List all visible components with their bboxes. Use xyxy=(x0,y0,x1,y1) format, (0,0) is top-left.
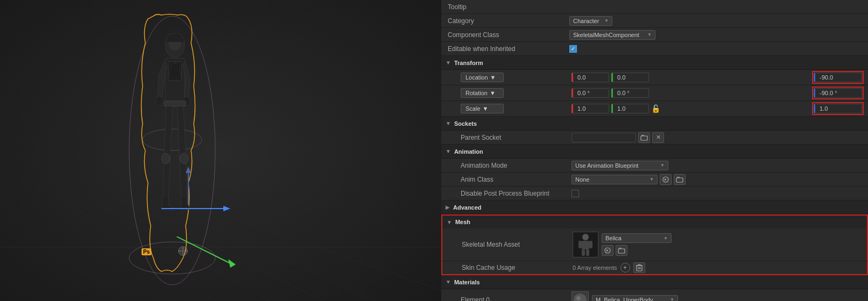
location-x-input[interactable]: 0.0 xyxy=(571,73,609,82)
rotation-button[interactable]: Rotation ▼ xyxy=(461,88,504,98)
component-class-dropdown[interactable]: SkeletalMeshComponent ▼ xyxy=(569,30,655,40)
parent-socket-input[interactable] xyxy=(571,133,636,142)
animation-section-title: Animation xyxy=(454,148,483,155)
svg-point-17 xyxy=(161,153,170,164)
disable-post-process-label: Disable Post Process Blueprint xyxy=(458,190,571,197)
chevron-down-icon: ▼ xyxy=(650,177,654,182)
scale-label-text: Scale xyxy=(465,105,481,112)
transform-section-title: Transform xyxy=(454,60,483,66)
svg-rect-39 xyxy=(618,249,625,253)
skin-cache-label: Skin Cache Usage xyxy=(460,264,573,271)
scale-z-input[interactable]: 1.0 xyxy=(814,104,862,113)
ps-badge: Ps xyxy=(142,248,151,255)
chevron-down-icon: ▼ xyxy=(670,297,674,301)
anim-class-dropdown[interactable]: None ▼ xyxy=(571,175,658,184)
component-class-label: Component Class xyxy=(446,31,569,39)
scale-x-value: 1.0 xyxy=(577,105,585,112)
rotation-z-input[interactable]: -90.0 ° xyxy=(814,88,862,98)
svg-rect-16 xyxy=(164,101,186,106)
svg-rect-31 xyxy=(676,178,683,182)
scale-button[interactable]: Scale ▼ xyxy=(461,104,504,113)
component-class-value[interactable]: SkeletalMeshComponent ▼ xyxy=(569,30,864,40)
editable-inherited-label: Editable when Inherited xyxy=(446,45,569,53)
advanced-section-header[interactable]: ▶ Advanced xyxy=(441,200,868,214)
scale-y-input[interactable]: 1.0 xyxy=(611,104,649,113)
chevron-down-icon: ▼ xyxy=(490,90,496,96)
category-label: Category xyxy=(446,17,569,25)
svg-point-18 xyxy=(180,153,188,164)
scale-label-container[interactable]: Scale ▼ xyxy=(458,104,571,113)
location-z-input[interactable]: -90.0 xyxy=(814,73,862,82)
anim-class-navigate-icon[interactable] xyxy=(660,174,672,185)
location-label-container[interactable]: Location ▼ xyxy=(458,73,571,82)
mesh-asset-dropdown[interactable]: Belica ▼ xyxy=(602,233,672,243)
element0-material-text: M_Belica_UpperBody xyxy=(596,297,653,302)
rotation-y-input[interactable]: 0.0 ° xyxy=(611,88,649,98)
mesh-section-header[interactable]: ▼ Mesh xyxy=(441,214,868,228)
mesh-navigate-icon[interactable] xyxy=(602,245,613,256)
disable-post-process-checkbox[interactable] xyxy=(571,190,579,197)
skin-cache-controls: 0 Array elements + xyxy=(573,262,863,273)
sockets-section-header[interactable]: ▼ Sockets xyxy=(441,117,868,131)
material-thumbnail xyxy=(571,291,589,302)
anim-class-controls: None ▼ xyxy=(571,174,864,185)
anim-class-row: Anim Class None ▼ xyxy=(441,173,868,187)
svg-rect-33 xyxy=(582,241,589,249)
location-button[interactable]: Location ▼ xyxy=(461,73,504,82)
skeletal-mesh-label: Skeletal Mesh Asset xyxy=(460,241,573,248)
parent-socket-controls: ✕ xyxy=(571,132,864,143)
rotation-label-container[interactable]: Rotation ▼ xyxy=(458,88,571,98)
location-y-value: 0.0 xyxy=(617,74,625,81)
scale-lock-icon[interactable]: 🔓 xyxy=(651,104,660,113)
svg-point-32 xyxy=(582,234,589,240)
collapse-arrow-icon: ▼ xyxy=(446,60,451,66)
svg-rect-35 xyxy=(589,241,592,248)
transform-section-header[interactable]: ▼ Transform xyxy=(441,56,868,70)
rotation-x-input[interactable]: 0.0 ° xyxy=(571,88,609,98)
svg-rect-34 xyxy=(578,241,582,248)
rotation-y-value: 0.0 ° xyxy=(617,90,630,96)
animation-mode-row: Animation Mode Use Animation Blueprint ▼ xyxy=(441,159,868,173)
mesh-browse-icon[interactable] xyxy=(616,245,627,256)
element0-material-dropdown[interactable]: M_Belica_UpperBody ▼ xyxy=(592,295,678,302)
svg-rect-36 xyxy=(582,249,585,256)
animation-mode-value[interactable]: Use Animation Blueprint ▼ xyxy=(571,161,864,170)
svg-marker-20 xyxy=(223,206,230,211)
animation-mode-dropdown[interactable]: Use Animation Blueprint ▼ xyxy=(571,161,668,170)
scale-x-input[interactable]: 1.0 xyxy=(571,104,609,113)
disable-post-process-value[interactable] xyxy=(571,190,864,197)
category-dropdown-text: Character xyxy=(573,18,599,24)
category-value[interactable]: Character ▼ xyxy=(569,16,864,26)
animation-mode-text: Use Animation Blueprint xyxy=(575,162,638,169)
editable-inherited-row: Editable when Inherited xyxy=(441,42,868,56)
chevron-down-icon: ▼ xyxy=(483,105,489,112)
collapse-arrow-icon: ▼ xyxy=(446,279,451,285)
collapse-arrow-icon: ▼ xyxy=(446,148,451,154)
skeletal-mesh-row: Skeletal Mesh Asset Belica ▼ xyxy=(441,228,868,261)
advanced-section-title: Advanced xyxy=(453,204,482,211)
socket-browse-icon[interactable] xyxy=(638,132,650,143)
disable-post-process-row: Disable Post Process Blueprint xyxy=(441,187,868,200)
collapse-arrow-icon: ▼ xyxy=(447,219,452,225)
materials-section-header[interactable]: ▼ Materials xyxy=(441,275,868,289)
element0-controls: M_Belica_UpperBody ▼ xyxy=(571,291,864,302)
chevron-down-icon: ▼ xyxy=(664,236,668,241)
animation-section-header[interactable]: ▼ Animation xyxy=(441,145,868,159)
mesh-thumbnail xyxy=(573,232,598,257)
editable-inherited-checkbox[interactable] xyxy=(569,45,577,53)
collapse-arrow-icon: ▼ xyxy=(446,120,451,126)
delete-array-icon[interactable] xyxy=(633,262,645,273)
anim-class-browse-icon[interactable] xyxy=(674,174,686,185)
element0-label: Element 0 xyxy=(458,296,571,302)
add-array-element-button[interactable]: + xyxy=(620,263,630,273)
location-y-input[interactable]: 0.0 xyxy=(611,73,649,82)
location-x-value: 0.0 xyxy=(577,74,585,81)
mesh-section-title: Mesh xyxy=(455,219,470,225)
rotation-z-value: -90.0 ° xyxy=(820,90,837,96)
sockets-section-title: Sockets xyxy=(454,120,477,127)
rotation-label-text: Rotation xyxy=(465,90,488,96)
rotation-row: Rotation ▼ 0.0 ° 0.0 ° -90.0 ° xyxy=(441,85,868,101)
category-dropdown[interactable]: Character ▼ xyxy=(569,16,612,26)
socket-clear-icon[interactable]: ✕ xyxy=(652,132,664,143)
editable-inherited-value[interactable] xyxy=(569,45,864,53)
